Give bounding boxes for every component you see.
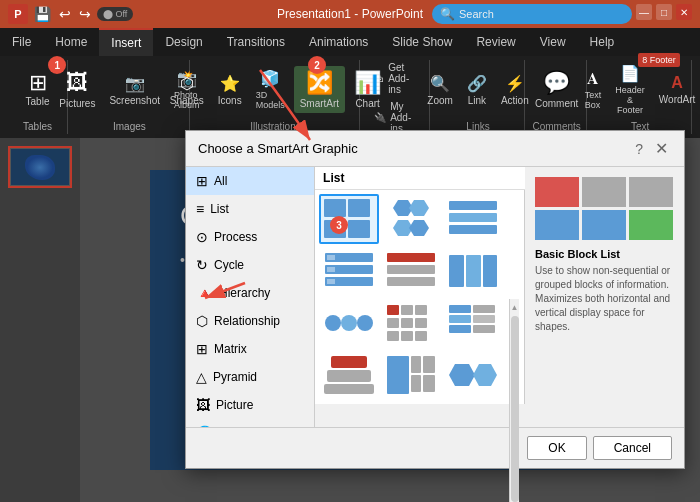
- icons-icon: ⭐: [220, 74, 240, 93]
- tab-review[interactable]: Review: [464, 28, 527, 56]
- ribbon-tabs: File Home Insert Design Transitions Anim…: [0, 28, 700, 56]
- comment-btn[interactable]: 💬 Comment: [529, 66, 584, 113]
- hierarchy-icon: 🔺: [196, 285, 213, 301]
- table-btn[interactable]: ⊞ Table: [18, 68, 58, 111]
- grid-item-pentagon[interactable]: [443, 350, 503, 400]
- preview-block-2: [582, 177, 626, 207]
- tab-slideshow[interactable]: Slide Show: [380, 28, 464, 56]
- 3d-models-icon: 🧊: [260, 69, 280, 88]
- link-btn[interactable]: 🔗 Link: [462, 71, 492, 109]
- scroll-up-arrow[interactable]: ▲: [511, 303, 519, 312]
- pictures-btn[interactable]: 🖼 Pictures: [54, 67, 100, 112]
- svg-rect-45: [387, 356, 409, 394]
- redo-quick-btn[interactable]: ↪: [77, 4, 93, 24]
- dialog-cancel-btn[interactable]: Cancel: [593, 436, 672, 460]
- quick-access-toolbar: P 💾 ↩ ↪ ⬤ Off: [8, 4, 133, 24]
- matrix-icon: ⊞: [196, 341, 208, 357]
- ribbon-group-links: 🔍 Zoom 🔗 Link ⚡ Action Links: [432, 60, 525, 134]
- icons-btn[interactable]: ⭐ Icons: [213, 71, 247, 109]
- svg-rect-49: [423, 375, 435, 392]
- grid-item-basic-block[interactable]: [319, 194, 379, 244]
- badge-3: 3: [330, 216, 348, 234]
- zoom-btn[interactable]: 🔍 Zoom: [422, 71, 458, 109]
- preview-block-3: [629, 177, 673, 207]
- dialog-ok-btn[interactable]: OK: [527, 436, 586, 460]
- sidebar-item-all[interactable]: ⊞ All: [186, 167, 314, 195]
- preview-description: Use to show non-sequential or grouped bl…: [535, 264, 674, 334]
- grid-label: List: [315, 167, 525, 190]
- undo-quick-btn[interactable]: ↩: [57, 4, 73, 24]
- maximize-btn[interactable]: □: [656, 4, 672, 20]
- close-btn[interactable]: ✕: [676, 4, 692, 20]
- grid-item-stacked[interactable]: [319, 246, 379, 296]
- grid-item-rows[interactable]: [443, 194, 503, 244]
- grid-item-trapezoid[interactable]: [443, 246, 503, 296]
- grid-item-segmented[interactable]: [381, 246, 441, 296]
- ribbon-group-comments: 💬 Comment Comments: [527, 60, 587, 134]
- chart-btn[interactable]: 📊 Chart: [349, 67, 386, 112]
- wordart-btn[interactable]: A WordArt: [654, 71, 700, 108]
- search-box[interactable]: 🔍 Search: [432, 4, 632, 24]
- minimize-btn[interactable]: —: [636, 4, 652, 20]
- sidebar-item-cycle[interactable]: ↻ Cycle: [186, 251, 314, 279]
- tables-group-label: Tables: [23, 121, 52, 134]
- grid-item-mixed-arrows[interactable]: [381, 298, 441, 348]
- sidebar-item-pyramid[interactable]: △ Pyramid: [186, 363, 314, 391]
- svg-marker-5: [409, 200, 429, 216]
- slide-panel: [0, 138, 80, 502]
- screenshot-btn[interactable]: 📷 Screenshot: [104, 71, 165, 109]
- dialog-help-btn[interactable]: ?: [631, 139, 647, 158]
- tab-insert[interactable]: Insert: [99, 28, 153, 56]
- svg-rect-22: [483, 255, 497, 287]
- sidebar-item-hierarchy[interactable]: 🔺 Hierarchy: [186, 279, 314, 307]
- shapes-btn[interactable]: ⬡ Shapes: [165, 71, 209, 109]
- svg-rect-28: [401, 305, 413, 315]
- officecom-icon: 🌐: [196, 425, 213, 427]
- tab-design[interactable]: Design: [153, 28, 214, 56]
- tab-file[interactable]: File: [0, 28, 43, 56]
- header-footer-btn[interactable]: 📄 Header& Footer 8 Footer: [610, 61, 650, 118]
- tab-home[interactable]: Home: [43, 28, 99, 56]
- sidebar-item-officecom[interactable]: 🌐 Office.com: [186, 419, 314, 427]
- tab-help[interactable]: Help: [578, 28, 627, 56]
- textbox-btn[interactable]: 𝐀 TextBox: [580, 67, 607, 113]
- pyramid-icon: △: [196, 369, 207, 385]
- sidebar-item-list[interactable]: ≡ List: [186, 195, 314, 223]
- svg-rect-0: [324, 199, 346, 217]
- grid-item-hex[interactable]: [381, 194, 441, 244]
- rows-preview: [447, 198, 499, 240]
- grid-scrollbar[interactable]: ▲ ▼: [509, 299, 519, 502]
- paint-blob: [25, 155, 55, 180]
- save-quick-btn[interactable]: 💾: [32, 4, 53, 24]
- trapezoid-preview: [447, 250, 499, 292]
- grouped-preview: [385, 354, 437, 396]
- dialog-footer: OK Cancel: [186, 427, 684, 468]
- svg-rect-27: [387, 305, 399, 315]
- sidebar-item-picture[interactable]: 🖼 Picture: [186, 391, 314, 419]
- smartart-dialog: Choose a SmartArt Graphic ? ✕ ⊞ All ≡ Li…: [185, 130, 685, 469]
- dialog-sidebar: ⊞ All ≡ List ⊙ Process ↻ Cycle 🔺 Hierarc…: [186, 167, 315, 427]
- preview-block-6: [629, 210, 673, 240]
- svg-rect-21: [466, 255, 481, 287]
- scroll-thumb[interactable]: [511, 316, 519, 502]
- dialog-body: ⊞ All ≡ List ⊙ Process ↻ Cycle 🔺 Hierarc…: [186, 167, 684, 427]
- slide-thumb-1[interactable]: [8, 146, 72, 188]
- grid-item-grouped[interactable]: [381, 350, 441, 400]
- grid-item-stacked2[interactable]: [319, 350, 379, 400]
- tab-transitions[interactable]: Transitions: [215, 28, 297, 56]
- 3d-models-btn[interactable]: 🧊 3DModels: [251, 66, 290, 113]
- tab-animations[interactable]: Animations: [297, 28, 380, 56]
- svg-rect-3: [348, 220, 370, 238]
- sidebar-item-relationship[interactable]: ⬡ Relationship: [186, 307, 314, 335]
- grid-item-circle[interactable]: [319, 298, 379, 348]
- svg-rect-20: [449, 255, 464, 287]
- slide-thumb-inner: [11, 149, 69, 185]
- preview-block-4: [535, 210, 579, 240]
- dialog-close-btn[interactable]: ✕: [651, 139, 672, 158]
- autosave-toggle[interactable]: ⬤ Off: [97, 7, 133, 21]
- pictures-icon: 🖼: [66, 70, 88, 96]
- sidebar-item-process[interactable]: ⊙ Process: [186, 223, 314, 251]
- grid-item-arrows-v[interactable]: [443, 298, 503, 348]
- sidebar-item-matrix[interactable]: ⊞ Matrix: [186, 335, 314, 363]
- tab-view[interactable]: View: [528, 28, 578, 56]
